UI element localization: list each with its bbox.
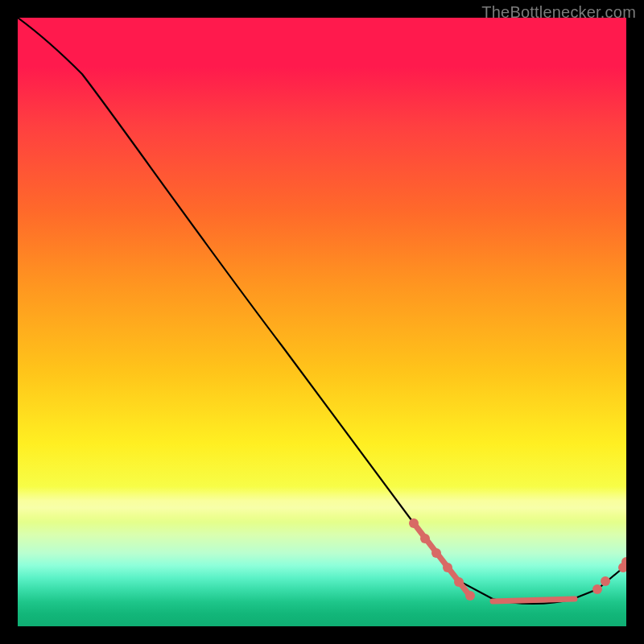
marker-dot [409, 518, 419, 528]
marker-dot [592, 584, 602, 594]
watermark-text: TheBottlenecker.com [481, 3, 636, 22]
marker-dot [431, 548, 441, 558]
chart-frame: TheBottlenecker.com [0, 0, 644, 644]
marker-dot [443, 563, 452, 572]
bottleneck-curve [18, 18, 626, 626]
curve-path [18, 18, 626, 604]
marker-dot [465, 591, 475, 601]
plot-area [18, 18, 626, 626]
marker-dot [454, 577, 464, 587]
marker-dot [601, 576, 610, 586]
marker-strip-flat [493, 599, 575, 601]
marker-dot [420, 534, 430, 543]
